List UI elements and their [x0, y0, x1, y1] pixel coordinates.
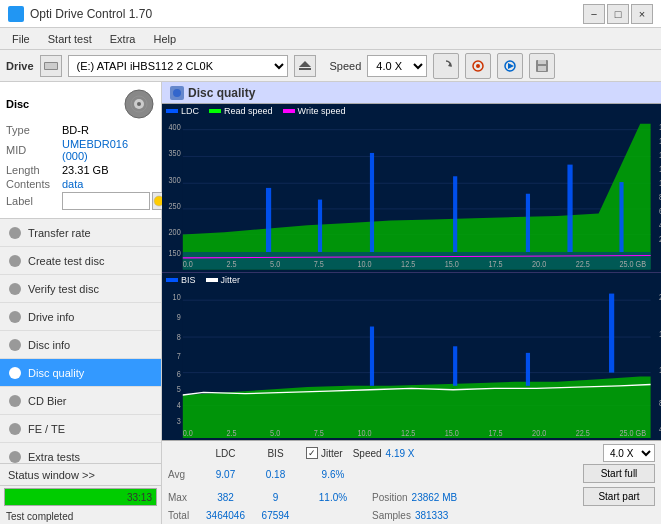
sidebar: Disc Type BD-R MID UMEBDR016 (000) Lengt…	[0, 82, 162, 524]
disc-panel: Disc Type BD-R MID UMEBDR016 (000) Lengt…	[0, 82, 161, 219]
avg-bis: 0.18	[253, 469, 298, 480]
eject-button[interactable]	[294, 55, 316, 77]
status-window-button[interactable]: Status window >>	[0, 464, 161, 486]
sidebar-item-drive-info[interactable]: Drive info	[0, 303, 161, 331]
svg-marker-2	[299, 61, 311, 67]
svg-text:25.0 GB: 25.0 GB	[619, 260, 646, 269]
svg-rect-3	[299, 68, 311, 70]
sidebar-item-disc-quality[interactable]: Disc quality	[0, 359, 161, 387]
svg-rect-10	[538, 66, 546, 71]
label-key: Label	[6, 195, 62, 207]
svg-point-6	[476, 64, 480, 68]
start-part-button[interactable]: Start part	[583, 487, 655, 506]
sidebar-item-transfer-rate[interactable]: Transfer rate	[0, 219, 161, 247]
svg-text:9: 9	[177, 311, 181, 322]
burn-button[interactable]	[465, 53, 491, 79]
maximize-button[interactable]: □	[607, 4, 629, 24]
svg-text:15.0: 15.0	[445, 426, 459, 437]
nav-items: Transfer rate Create test disc Verify te…	[0, 219, 161, 463]
avg-jitter: 9.6%	[298, 469, 368, 480]
drive-select[interactable]: (E:) ATAPI iHBS112 2 CL0K	[68, 55, 288, 77]
menu-start-test[interactable]: Start test	[40, 31, 100, 47]
sidebar-item-create-test-disc[interactable]: Create test disc	[0, 247, 161, 275]
type-value: BD-R	[62, 124, 89, 136]
svg-text:6: 6	[177, 367, 181, 378]
svg-marker-8	[508, 63, 514, 69]
sidebar-item-disc-info[interactable]: Disc info	[0, 331, 161, 359]
svg-text:400: 400	[169, 122, 181, 131]
length-key: Length	[6, 164, 62, 176]
sidebar-item-verify-test-disc[interactable]: Verify test disc	[0, 275, 161, 303]
svg-text:7.5: 7.5	[314, 260, 324, 269]
mid-value: UMEBDR016 (000)	[62, 138, 155, 162]
svg-text:12.5: 12.5	[401, 426, 415, 437]
svg-text:10.0: 10.0	[357, 260, 371, 269]
stats-area: LDC BIS ✓ Jitter Speed 4.19 X 4.0 X Avg …	[162, 440, 661, 524]
drive-bar: Drive (E:) ATAPI iHBS112 2 CL0K Speed 4.…	[0, 50, 661, 82]
upper-chart-legend: LDC Read speed Write speed	[162, 104, 661, 118]
total-bis: 67594	[253, 510, 298, 521]
svg-text:7: 7	[177, 350, 181, 361]
menu-bar: File Start test Extra Help	[0, 28, 661, 50]
speed-stat-label: Speed	[353, 448, 382, 459]
start-full-button[interactable]: Start full	[583, 464, 655, 483]
contents-key: Contents	[6, 178, 62, 190]
svg-point-14	[137, 102, 141, 106]
sidebar-item-cd-bier[interactable]: CD Bier	[0, 387, 161, 415]
svg-rect-47	[619, 182, 623, 252]
svg-text:5.0: 5.0	[270, 260, 280, 269]
svg-text:7.5: 7.5	[314, 426, 324, 437]
menu-extra[interactable]: Extra	[102, 31, 144, 47]
svg-rect-78	[370, 326, 374, 385]
drive-label: Drive	[6, 60, 34, 72]
jitter-checkbox[interactable]: ✓	[306, 447, 318, 459]
svg-text:3: 3	[177, 415, 181, 426]
svg-text:4: 4	[177, 399, 181, 410]
length-value: 23.31 GB	[62, 164, 108, 176]
svg-text:0.0: 0.0	[183, 426, 193, 437]
svg-rect-41	[266, 188, 271, 252]
svg-rect-79	[453, 346, 457, 386]
disc-icon	[123, 88, 155, 120]
svg-text:15.0: 15.0	[445, 260, 459, 269]
svg-text:0.0: 0.0	[183, 260, 193, 269]
mid-key: MID	[6, 144, 62, 156]
avg-ldc: 9.07	[198, 469, 253, 480]
menu-help[interactable]: Help	[145, 31, 184, 47]
svg-rect-44	[453, 176, 457, 252]
svg-text:200: 200	[169, 227, 181, 236]
speed-dropdown[interactable]: 4.0 X	[603, 444, 655, 462]
sidebar-item-extra-tests[interactable]: Extra tests	[0, 443, 161, 463]
svg-rect-43	[370, 153, 374, 252]
bis-col-header: BIS	[253, 448, 298, 459]
status-text: Test completed	[0, 508, 161, 524]
speed-select[interactable]: 4.0 X	[367, 55, 427, 77]
svg-rect-11	[538, 60, 546, 64]
refresh-button[interactable]	[433, 53, 459, 79]
svg-rect-81	[609, 293, 614, 372]
svg-rect-1	[45, 63, 57, 69]
save-button[interactable]	[529, 53, 555, 79]
speed-label: Speed	[330, 60, 362, 72]
sidebar-item-fe-te[interactable]: FE / TE	[0, 415, 161, 443]
contents-value: data	[62, 178, 83, 190]
svg-text:17.5: 17.5	[488, 426, 502, 437]
ldc-col-header: LDC	[198, 448, 253, 459]
svg-text:250: 250	[169, 202, 181, 211]
minimize-button[interactable]: −	[583, 4, 605, 24]
label-input[interactable]	[62, 192, 150, 210]
main-layout: Disc Type BD-R MID UMEBDR016 (000) Lengt…	[0, 82, 661, 524]
svg-text:350: 350	[169, 149, 181, 158]
svg-text:2.5: 2.5	[226, 426, 236, 437]
read-button[interactable]	[497, 53, 523, 79]
menu-file[interactable]: File	[4, 31, 38, 47]
svg-text:5.0: 5.0	[270, 426, 280, 437]
close-button[interactable]: ×	[631, 4, 653, 24]
max-bis: 9	[253, 492, 298, 503]
svg-text:22.5: 22.5	[576, 426, 590, 437]
drive-icon	[40, 55, 62, 77]
type-key: Type	[6, 124, 62, 136]
avg-label: Avg	[168, 469, 198, 480]
lower-chart-svg: 10 9 8 7 6 5 4 3 20% 16% 12% 8% 4%	[162, 287, 661, 439]
svg-rect-80	[526, 352, 530, 385]
